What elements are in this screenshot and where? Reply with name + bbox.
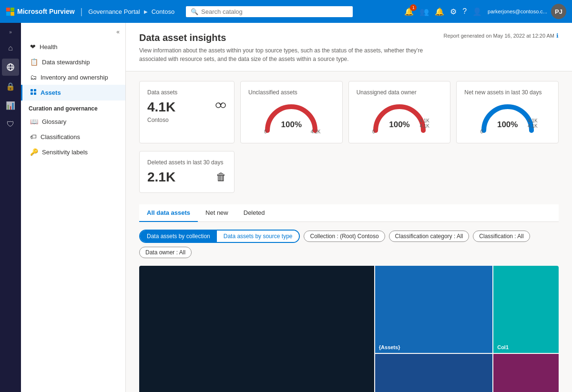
notification-icon[interactable]: 🔔 1 [404,7,414,16]
sidebar-item-assets[interactable]: Assets [21,85,125,101]
search-icon: 🔍 [191,8,198,15]
alert-icon[interactable]: 🔔 [435,7,444,16]
sidebar-collapse-area: « [21,25,125,39]
sidebar-collapse-button[interactable]: « [114,27,122,37]
brand-icon [6,7,14,16]
unassigned-min: 0 [372,129,375,134]
data-owner-filter-chip[interactable]: Data owner : All [139,247,192,258]
sidebar-glossary-label: Glossary [42,118,66,125]
deleted-row: Deleted assets in last 30 days 2.1K 🗑 [139,151,559,193]
svg-rect-1 [10,8,14,11]
netnew-min: 0 [480,129,483,134]
sensitivity-icon: 🔑 [30,148,38,156]
catalog-svg [6,63,15,71]
assets-icon [30,89,37,97]
sidebar-inventory-label: Inventory and ownership [41,74,108,81]
unassigned-gauge-svg [368,100,430,135]
unclassified-label: Unclassified assets [248,89,297,96]
sidebar-assets-label: Assets [41,89,61,96]
unclassified-gauge-card: Unclassified assets 100% 0 4.1K [240,81,343,143]
treemap-cell-col2[interactable]: Col2 [375,354,492,392]
toggle-by-source[interactable]: Data assets by source type [217,231,299,242]
treemap-cell-assets[interactable]: {Assets} [375,266,492,353]
treemap-chart[interactable]: MasterCollection {Assets} Col1 Col2 enti… [139,266,559,392]
assets-svg [30,89,37,95]
stat-cards-row: Data assets 4.1K Contoso [139,81,559,143]
icon-rail: » ⌂ 🔒 📊 🛡 [0,23,21,392]
data-assets-sub: Contoso [147,117,226,123]
svg-rect-8 [34,89,36,91]
classification-filter-chip[interactable]: Classification : All [473,231,530,242]
unclassified-max: 4.1K [311,129,321,134]
collection-filter-chip[interactable]: Collection : (Root) Contoso [304,231,385,242]
sidebar-classifications-label: Classifications [41,133,80,141]
classification-category-filter-chip[interactable]: Classification category : All [389,231,470,242]
breadcrumb-chevron: ▶ [144,9,148,14]
user-email: parkerjones@contoso.c... [488,9,547,14]
unassigned-pct: 100% [389,120,409,130]
data-stewardship-icon: 📋 [30,58,38,66]
deleted-value: 2.1K [147,170,175,185]
deleted-label: Deleted assets in last 30 days [147,159,226,166]
users-icon[interactable]: 👥 [419,7,429,16]
tab-all-data-assets[interactable]: All data assets [139,204,198,222]
unassigned-max: 4.1K 4.1K [419,118,429,129]
app-brand: Microsoft Purview [6,7,75,16]
user-info[interactable]: parkerjones@contoso.c... PJ [488,4,566,19]
sidebar-item-glossary[interactable]: 📖 Glossary [21,114,125,129]
sidebar-item-health[interactable]: ❤ Health [21,39,125,54]
deleted-card: Deleted assets in last 30 days 2.1K 🗑 [139,151,235,193]
search-box[interactable]: 🔍 [186,6,353,17]
treemap-cell-mastercollection[interactable]: MasterCollection [139,266,374,392]
netnew-pct: 100% [497,120,518,130]
toggle-by-collection[interactable]: Data assets by collection [140,231,217,242]
sidebar-item-classifications[interactable]: 🏷 Classifications [21,129,125,144]
rail-policy-icon[interactable]: 🔒 [2,78,19,95]
curation-group-label: Curation and governance [21,101,125,114]
help-icon[interactable]: ? [462,7,467,16]
rail-expand-button[interactable]: » [6,27,15,38]
settings-icon[interactable]: ⚙ [450,7,457,16]
sidebar-data-stewardship-label: Data stewardship [42,59,90,66]
rail-home-icon[interactable]: ⌂ [2,40,19,57]
info-icon[interactable]: ℹ [556,32,559,39]
data-assets-card: Data assets 4.1K Contoso [139,81,235,143]
unclassified-min: 0 [264,129,267,134]
svg-rect-3 [10,12,14,16]
search-input[interactable] [201,8,348,15]
sidebar: « ❤ Health 📋 Data stewardship 🗂 Inventor… [21,23,126,392]
app-layout: » ⌂ 🔒 📊 🛡 « ❤ Health 📋 Data stewardship … [0,23,572,392]
filter-bar: Data assets by collection Data assets by… [139,230,559,258]
sidebar-item-inventory[interactable]: 🗂 Inventory and ownership [21,70,125,85]
sidebar-item-data-stewardship[interactable]: 📋 Data stewardship [21,54,125,70]
main-content: Data asset insights View information abo… [126,23,572,392]
rail-admin-icon[interactable]: 🛡 [2,116,19,133]
svg-rect-0 [6,8,10,11]
page-title: Data asset insights [139,32,444,43]
rail-insights-icon[interactable]: 📊 [2,97,19,114]
notification-badge: 1 [410,4,417,11]
netnew-max: 4.1K 4.1K [528,118,538,129]
rail-catalog-icon[interactable] [2,59,19,76]
treemap-cell-col1[interactable]: Col1 [493,266,559,353]
tab-deleted[interactable]: Deleted [236,204,273,222]
feedback-icon[interactable]: 👤 [472,7,482,16]
view-toggle-group: Data assets by collection Data assets by… [139,230,300,243]
trash-icon: 🗑 [216,171,226,183]
netnew-label: Net new assets in last 30 days [464,89,541,96]
report-date: Report generated on May 16, 2022 at 12:2… [444,33,554,39]
glossary-icon: 📖 [30,118,38,125]
content-area: Data assets 4.1K Contoso [126,71,572,392]
netnew-gauge-card: Net new assets in last 30 days 100% 0 4.… [456,81,559,143]
page-description: View information about the assets within… [139,46,444,63]
portal-label: Governance Portal [88,8,140,15]
user-avatar[interactable]: PJ [551,4,566,19]
data-assets-label: Data assets [147,89,226,96]
tab-net-new[interactable]: Net new [198,204,236,222]
classifications-icon: 🏷 [30,133,37,141]
top-navigation: Microsoft Purview | Governance Portal ▶ … [0,0,572,23]
sidebar-sensitivity-label: Sensitivity labels [42,149,88,156]
sidebar-item-sensitivity-labels[interactable]: 🔑 Sensitivity labels [21,144,125,160]
treemap-cell-entity2[interactable]: entitytestmove2 [493,354,559,392]
tenant-label: Contoso [152,8,174,15]
